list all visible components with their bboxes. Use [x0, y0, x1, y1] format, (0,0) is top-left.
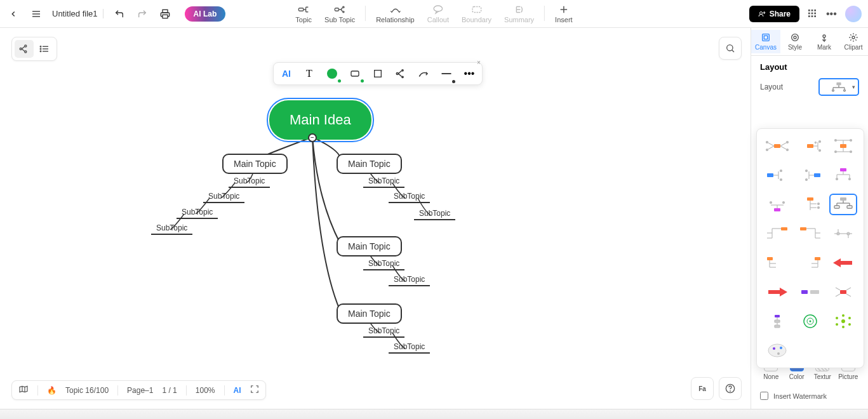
subtopic-node[interactable]: SubTopic: [389, 341, 430, 354]
subtopic-node[interactable]: SubTopic: [389, 190, 430, 203]
layout-option[interactable]: [796, 194, 824, 215]
fullscreen-button[interactable]: [250, 385, 259, 396]
canvas-area[interactable]: AI T ••• ×: [0, 28, 751, 409]
svg-point-83: [766, 142, 768, 143]
document-title[interactable]: Untitled file1: [52, 9, 103, 18]
svg-rect-27: [808, 10, 810, 11]
border-tool[interactable]: [370, 66, 385, 81]
line-style-tool[interactable]: [439, 66, 454, 81]
user-avatar[interactable]: [845, 6, 862, 22]
subtopic-node[interactable]: SubTopic: [177, 206, 218, 219]
format-painter-button[interactable]: Fa: [691, 377, 714, 400]
svg-point-148: [837, 232, 839, 235]
svg-rect-31: [811, 12, 813, 14]
layout-option[interactable]: [829, 135, 857, 157]
layout-option[interactable]: [763, 252, 791, 274]
svg-rect-4: [163, 10, 168, 13]
minimap-icon[interactable]: [18, 385, 29, 396]
subtopic-node[interactable]: SubTopic: [363, 175, 404, 188]
text-tool[interactable]: T: [302, 66, 317, 81]
redo-button[interactable]: [135, 7, 149, 21]
main-topic-node[interactable]: Main Topic: [222, 154, 288, 174]
layout-option[interactable]: [763, 164, 791, 186]
layout-option[interactable]: +: [796, 135, 824, 157]
collapse-toggle[interactable]: −: [308, 133, 317, 142]
more-icon[interactable]: •••: [826, 8, 838, 20]
header-right: Share •••: [749, 6, 862, 22]
subtopic-node[interactable]: SubTopic: [363, 258, 404, 270]
callout-tool: Callout: [421, 2, 455, 26]
layout-option[interactable]: [763, 194, 791, 215]
main-topic-node[interactable]: Main Topic: [337, 303, 402, 324]
svg-rect-34: [811, 15, 813, 17]
watermark-checkbox[interactable]: [760, 392, 768, 400]
outline-view-button[interactable]: [35, 40, 54, 58]
insert-tool[interactable]: Insert: [549, 2, 579, 26]
undo-button[interactable]: [112, 7, 126, 21]
layout-option[interactable]: [796, 252, 824, 274]
layout-option[interactable]: [796, 310, 824, 332]
svg-point-15: [343, 11, 344, 12]
subtopic-node[interactable]: SubTopic: [229, 175, 270, 188]
main-topic-node[interactable]: Main Topic: [337, 154, 402, 174]
apps-icon[interactable]: [807, 8, 818, 20]
svg-point-99: [850, 140, 852, 142]
layout-option[interactable]: [829, 281, 857, 303]
layout-option[interactable]: [796, 223, 824, 244]
shape-tool[interactable]: [347, 66, 363, 81]
tab-clipart[interactable]: Clipart: [839, 30, 868, 53]
page-label[interactable]: Page–1: [127, 386, 153, 395]
layout-option-selected[interactable]: [829, 194, 857, 215]
layout-option[interactable]: [763, 223, 791, 244]
mindmap-view-button[interactable]: [15, 40, 34, 58]
close-toolbar[interactable]: ×: [477, 59, 486, 68]
menu-button[interactable]: [29, 7, 43, 21]
layout-option[interactable]: [763, 340, 791, 361]
subtopic-node[interactable]: SubTopic: [151, 222, 192, 235]
layout-option[interactable]: [763, 281, 791, 303]
connector-tool[interactable]: [416, 66, 431, 81]
header-left: Untitled file1 AI Lab: [6, 6, 225, 22]
relationship-tool[interactable]: Relationship: [370, 2, 421, 26]
layout-dropdown[interactable]: ▾: [818, 78, 859, 96]
ai-lab-button[interactable]: AI Lab: [185, 6, 226, 22]
tab-canvas[interactable]: Canvas: [751, 30, 780, 53]
help-button[interactable]: [719, 377, 742, 400]
svg-line-51: [398, 74, 401, 77]
layout-option[interactable]: [829, 223, 857, 244]
layout-option[interactable]: [829, 164, 857, 186]
ai-button[interactable]: AI: [279, 66, 294, 81]
layout-option[interactable]: [829, 252, 857, 274]
layout-option[interactable]: [763, 310, 791, 332]
print-button[interactable]: [158, 7, 172, 21]
ai-toggle[interactable]: AI: [234, 386, 241, 395]
svg-point-100: [835, 151, 837, 153]
zoom-level[interactable]: 100%: [196, 386, 215, 395]
search-button[interactable]: [719, 37, 742, 60]
svg-point-40: [25, 51, 27, 53]
back-button[interactable]: [6, 7, 20, 21]
main-idea-node[interactable]: Main Idea: [269, 100, 371, 140]
layout-option[interactable]: [796, 281, 824, 303]
more-options[interactable]: •••: [462, 66, 477, 81]
tab-style[interactable]: Style: [780, 30, 810, 53]
share-button[interactable]: Share: [749, 6, 799, 22]
layout-option[interactable]: [763, 135, 791, 157]
layout-option[interactable]: [829, 310, 857, 332]
subtopic-node[interactable]: SubTopic: [203, 190, 244, 203]
branch-style-tool[interactable]: [393, 66, 408, 81]
svg-rect-152: [767, 257, 773, 260]
subtopic-node[interactable]: SubTopic: [389, 274, 430, 286]
svg-point-180: [842, 314, 845, 317]
subtopic-node[interactable]: SubTopic: [414, 208, 455, 220]
watermark-option[interactable]: Insert Watermark: [751, 387, 868, 409]
subtopic-tool[interactable]: Sub Topic: [318, 2, 361, 26]
layout-option[interactable]: [796, 164, 824, 186]
fire-icon: 🔥: [47, 386, 57, 395]
callout-label: Callout: [427, 16, 449, 23]
fill-color-tool[interactable]: [324, 66, 340, 81]
topic-tool[interactable]: Topic: [289, 2, 318, 26]
main-topic-node[interactable]: Main Topic: [337, 236, 402, 256]
subtopic-node[interactable]: SubTopic: [363, 325, 404, 338]
tab-mark[interactable]: Mark: [810, 30, 839, 53]
